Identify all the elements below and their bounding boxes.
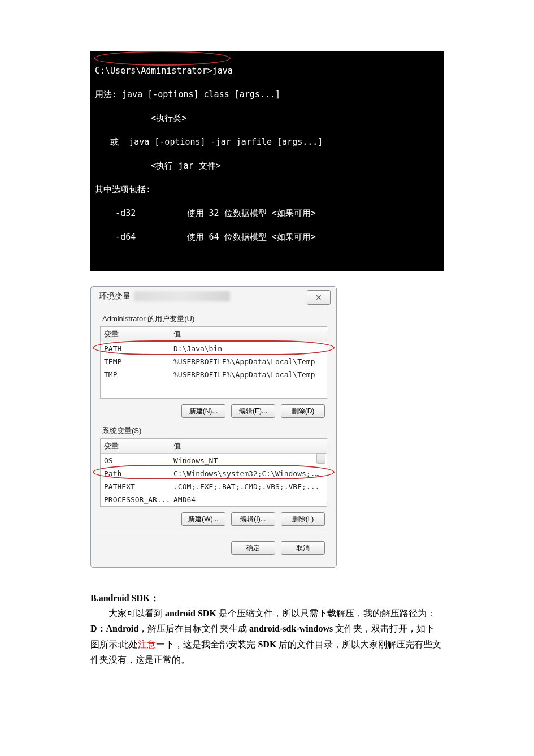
- text: 大家可以看到: [108, 608, 165, 618]
- var-value: Windows_NT: [170, 454, 327, 467]
- table-row[interactable]: PATHEXT .COM;.EXE;.BAT;.CMD;.VBS;.VBE;..…: [101, 480, 327, 493]
- var-value: C:\Windows\system32;C:\Windows;...: [170, 467, 327, 480]
- table-row[interactable]: PROCESSOR_AR... AMD64: [101, 493, 327, 506]
- separator: [100, 532, 327, 532]
- cancel-button[interactable]: 取消: [281, 541, 325, 555]
- new-sys-var-button[interactable]: 新建(W)...: [181, 512, 225, 526]
- text-highlight: 注意: [138, 640, 156, 649]
- close-button[interactable]: ✕: [307, 290, 331, 305]
- user-vars-list[interactable]: 变量 值 PATH D:\Java\bin TEMP %USERPROFILE%…: [100, 326, 327, 399]
- new-user-var-button[interactable]: 新建(N)...: [181, 404, 225, 418]
- console-line: C:\Users\Administrator>java: [95, 66, 233, 76]
- article-body: B.android SDK： 大家可以看到 android SDK 是个压缩文件…: [90, 590, 444, 667]
- var-name: PATH: [101, 342, 170, 355]
- table-row[interactable]: Path C:\Windows\system32;C:\Windows;...: [101, 467, 327, 480]
- user-vars-label: Administrator 的用户变量(U): [102, 314, 327, 324]
- dialog-title: 环境变量: [99, 291, 131, 301]
- table-row[interactable]: TMP %USERPROFILE%\AppData\Local\Temp: [101, 368, 327, 381]
- cmd-console: C:\Users\Administrator>java 用法: java [-o…: [90, 51, 444, 271]
- console-line: <执行 jar 文件>: [95, 161, 221, 171]
- column-header-value: 值: [170, 439, 327, 453]
- var-name: PATHEXT: [101, 480, 170, 493]
- var-name: PROCESSOR_AR...: [101, 493, 170, 506]
- scrollbar-thumb[interactable]: [316, 453, 325, 464]
- text: 一下，这是我全部安装完: [156, 640, 258, 649]
- text-bold: D：Android: [90, 624, 138, 633]
- paragraph: 大家可以看到 android SDK 是个压缩文件，所以只需下载解压，我的解压路…: [90, 606, 444, 667]
- table-row[interactable]: OS Windows_NT: [101, 454, 327, 467]
- section-heading: B.android SDK：: [90, 590, 444, 606]
- env-vars-dialog: 环境变量 ✕ Administrator 的用户变量(U) 变量 值 PATH …: [90, 286, 337, 568]
- console-line: -d32 使用 32 位数据模型 <如果可用>: [95, 208, 316, 218]
- edit-user-var-button[interactable]: 编辑(E)...: [231, 404, 275, 418]
- var-name: TMP: [101, 368, 170, 381]
- console-line: 用法: java [-options] class [args...]: [95, 89, 280, 100]
- delete-user-var-button[interactable]: 删除(D): [281, 404, 325, 418]
- text-bold: android SDK: [165, 608, 216, 618]
- table-row[interactable]: TEMP %USERPROFILE%\AppData\Local\Temp: [101, 355, 327, 368]
- redacted-blur: [134, 291, 230, 301]
- system-vars-list[interactable]: 变量 值 OS Windows_NT Path C:\Windows\syste…: [100, 438, 327, 507]
- text: ，解压后在目标文件夹生成: [138, 624, 249, 633]
- ok-button[interactable]: 确定: [231, 541, 275, 555]
- var-name: Path: [101, 467, 170, 480]
- var-name: OS: [101, 454, 170, 467]
- console-line: 其中选项包括:: [95, 184, 151, 195]
- var-name: TEMP: [101, 355, 170, 368]
- text-bold: android-sdk-windows: [249, 624, 333, 633]
- console-line: 或 java [-options] -jar jarfile [args...]: [95, 137, 323, 147]
- console-line: -d64 使用 64 位数据模型 <如果可用>: [95, 232, 316, 242]
- system-vars-label: 系统变量(S): [102, 426, 327, 436]
- var-value: D:\Java\bin: [170, 342, 327, 355]
- var-value: %USERPROFILE%\AppData\Local\Temp: [170, 355, 327, 368]
- column-header-value: 值: [170, 327, 327, 342]
- close-icon: ✕: [315, 293, 322, 302]
- column-header-name: 变量: [101, 439, 170, 453]
- var-value: .COM;.EXE;.BAT;.CMD;.VBS;.VBE;...: [170, 480, 327, 493]
- text-bold: SDK: [258, 640, 276, 649]
- annotation-ellipse-icon: [94, 51, 231, 66]
- delete-sys-var-button[interactable]: 删除(L): [281, 512, 325, 526]
- edit-sys-var-button[interactable]: 编辑(I)...: [231, 512, 275, 526]
- table-row[interactable]: PATH D:\Java\bin: [101, 342, 327, 355]
- column-header-name: 变量: [101, 327, 170, 342]
- var-value: AMD64: [170, 493, 327, 506]
- var-value: %USERPROFILE%\AppData\Local\Temp: [170, 368, 327, 381]
- console-line: <执行类>: [95, 113, 186, 123]
- text: 是个压缩文件，所以只需下载解压，我的解压路径为：: [216, 608, 436, 618]
